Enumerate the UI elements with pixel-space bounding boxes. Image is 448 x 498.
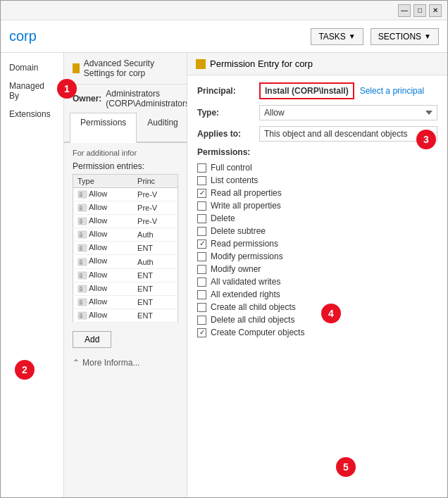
perm-name: Modify permissions [211,251,283,261]
perm-checkbox[interactable] [197,290,206,299]
entry-principal: ENT [133,295,178,309]
permission-item: Read permissions [197,239,437,249]
entry-type: Allow [73,215,134,228]
applies-to-select[interactable]: This object and all descendant objects [259,126,437,142]
entry-principal: Auth [133,228,178,242]
dialog-header: Permission Entry for corp [187,53,447,75]
svg-point-38 [80,313,82,315]
table-row[interactable]: Allow ENT [73,282,178,295]
more-info[interactable]: ⌃ More Informa... [64,354,187,372]
annotation-3: 3 [416,130,436,149]
sidebar-item-extensions[interactable]: Extensions [1,105,63,123]
tasks-button[interactable]: TASKS ▼ [311,28,363,45]
minimize-button[interactable]: — [398,4,411,17]
permission-item: Create Computer objects [197,328,437,337]
perm-name: Read all properties [211,188,282,198]
permissions-list: Full control List contents Read all prop… [197,163,437,337]
svg-rect-11 [80,222,82,224]
sidebar-item-managed-by[interactable]: Managed By [1,77,63,105]
sections-arrow-icon: ▼ [424,32,431,40]
dialog-body: Principal: Install (CORP\Install) Select… [187,75,447,497]
permissions-label: Permissions: [197,147,437,157]
tabs: Permissions Auditing Effective Access [64,113,187,143]
perm-checkbox[interactable] [197,328,206,337]
svg-rect-15 [80,235,82,237]
chevron-up-icon: ⌃ [73,358,80,368]
table-row[interactable]: Allow Pre-V [73,201,178,215]
perm-checkbox[interactable] [197,316,206,325]
svg-point-18 [80,246,82,248]
permission-item: Full control [197,163,437,173]
svg-point-34 [80,299,82,301]
perm-name: Delete [211,213,235,223]
entry-type: Allow [73,242,134,255]
svg-rect-7 [80,208,82,211]
perm-checkbox[interactable] [197,176,206,185]
svg-rect-27 [80,275,82,278]
permission-item: Write all properties [197,201,437,211]
sidebar-item-domain[interactable]: Domain [1,58,63,77]
tab-permissions[interactable]: Permissions [70,113,137,143]
table-row[interactable]: Allow Auth [73,255,178,268]
sections-button[interactable]: SECTIONS ▼ [371,28,439,45]
svg-point-6 [80,206,82,208]
maximize-button[interactable]: □ [413,4,426,17]
table-row[interactable]: Allow ENT [73,242,178,255]
type-select[interactable]: Allow [259,105,437,120]
entry-principal: Pre-V [133,215,178,228]
annotation-1: 1 [57,79,77,99]
perm-name: Write all properties [211,201,281,211]
close-button[interactable]: ✕ [429,4,442,17]
perm-checkbox[interactable] [197,163,206,173]
perm-checkbox[interactable] [197,252,206,261]
perm-checkbox[interactable] [197,303,206,312]
owner-value: Administrators (CORP\Administrators) [106,89,187,108]
annotation-5: 5 [336,457,356,477]
svg-point-22 [80,259,82,261]
table-row[interactable]: Allow ENT [73,268,178,282]
entry-principal: ENT [133,282,178,295]
perm-checkbox[interactable] [197,227,206,236]
perm-name: Read permissions [211,239,278,249]
col-type: Type [73,175,134,188]
col-principal: Princ [133,175,178,188]
principal-label: Principal: [197,86,254,96]
table-row[interactable]: Allow ENT [73,295,178,309]
applies-to-row: Applies to: This object and all descenda… [197,126,437,142]
table-row[interactable]: Allow Pre-V [73,215,178,228]
entry-principal: Auth [133,255,178,268]
entry-principal: ENT [133,242,178,255]
entry-principal: ENT [133,309,178,322]
table-row[interactable]: Allow Auth [73,228,178,242]
applies-to-label: Applies to: [197,129,254,139]
add-button[interactable]: Add [73,331,111,348]
panel-header-icon [73,63,80,73]
perm-name: All extended rights [211,290,280,299]
entries-table: Type Princ Allow Pre-V [73,174,178,323]
perm-name: Delete subtree [211,226,266,236]
perm-checkbox[interactable] [197,214,206,223]
perm-checkbox[interactable] [197,239,206,249]
table-row[interactable]: Allow Pre-V [73,188,178,201]
entry-type: Allow [73,201,134,215]
perm-name: Create Computer objects [211,328,304,337]
app-header: corp TASKS ▼ SECTIONS ▼ [1,20,447,53]
perm-name: Delete all child objects [211,315,294,325]
type-row: Type: Allow [197,105,437,120]
perm-checkbox[interactable] [197,278,206,287]
permission-item: List contents [197,175,437,185]
entry-type: Allow [73,188,134,201]
perm-checkbox[interactable] [197,201,206,211]
perm-checkbox[interactable] [197,189,206,198]
select-principal-link[interactable]: Select a principal [360,86,424,96]
perm-name: Full control [211,163,252,173]
svg-point-2 [80,192,82,194]
permission-entry-dialog: Permission Entry for corp Principal: Ins… [187,53,447,497]
entry-principal: ENT [133,268,178,282]
tasks-arrow-icon: ▼ [349,32,356,40]
svg-rect-39 [80,316,82,318]
table-row[interactable]: Allow ENT [73,309,178,322]
perm-checkbox[interactable] [197,265,206,274]
type-label: Type: [197,108,254,118]
tab-auditing[interactable]: Auditing [137,113,187,142]
